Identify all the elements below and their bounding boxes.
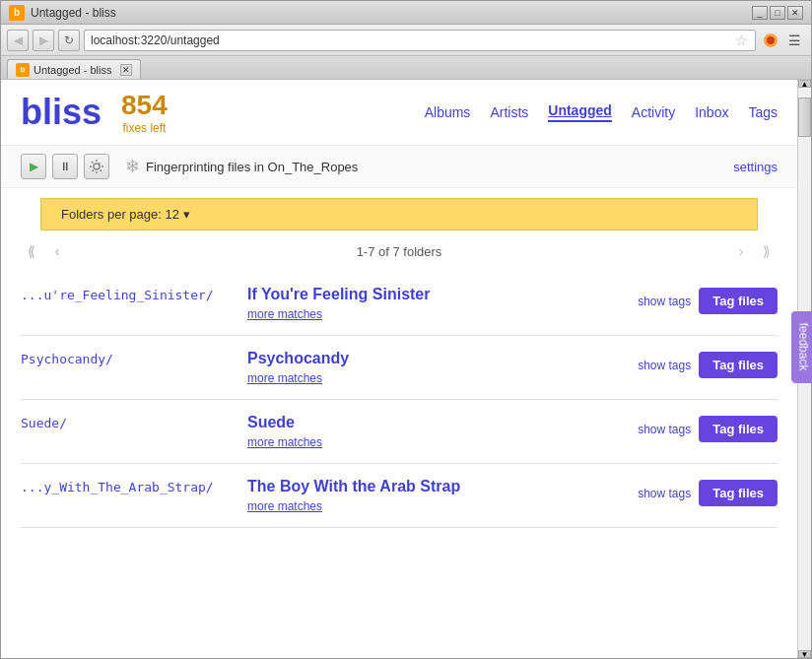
folder-actions: show tags Tag files — [638, 286, 778, 314]
maximize-button[interactable]: □ — [770, 6, 785, 20]
main-nav: Albums Artists Untagged Activity Inbox T… — [425, 102, 778, 122]
folder-name[interactable]: The Boy With the Arab Strap — [247, 478, 460, 494]
window-title: Untagged - bliss — [31, 6, 746, 20]
bookmark-icon[interactable]: ☆ — [733, 33, 749, 48]
window-icon: b — [9, 5, 25, 21]
close-button[interactable]: ✕ — [787, 6, 803, 20]
show-tags-link[interactable]: show tags — [638, 423, 691, 436]
folder-list: ...u're_Feeling_Sinister/ If You're Feel… — [1, 272, 797, 528]
nav-inbox[interactable]: Inbox — [695, 104, 728, 120]
folder-info: The Boy With the Arab Strap more matches — [247, 478, 628, 513]
tag-files-button[interactable]: Tag files — [699, 352, 778, 378]
feedback-tab[interactable]: feedback — [792, 311, 812, 383]
svg-point-1 — [767, 36, 775, 44]
nav-tags[interactable]: Tags — [748, 104, 778, 120]
url-bar: ☆ — [84, 30, 756, 51]
back-button[interactable]: ◀ — [7, 30, 29, 51]
more-matches-link[interactable]: more matches — [247, 307, 628, 321]
svg-point-2 — [94, 164, 100, 169]
play-button[interactable]: ▶ — [21, 154, 46, 179]
scroll-up-button[interactable]: ▲ — [798, 80, 811, 88]
last-page-button[interactable]: ⟫ — [756, 240, 778, 262]
app-header: bliss 854 fixes left Albums Artists Unta… — [1, 80, 797, 146]
nav-artists[interactable]: Artists — [490, 104, 528, 120]
folder-path: ...u're_Feeling_Sinister/ — [21, 286, 237, 302]
folder-item: Psychocandy/ Psychocandy more matches sh… — [21, 336, 778, 400]
prev-page-button[interactable]: ‹ — [46, 240, 68, 262]
nav-activity[interactable]: Activity — [632, 104, 675, 120]
fixes-label: fixes left — [121, 121, 168, 135]
show-tags-link[interactable]: show tags — [638, 359, 691, 372]
folder-name[interactable]: Psychocandy — [247, 350, 349, 366]
first-page-button[interactable]: ⟪ — [21, 240, 42, 262]
browser-extra-buttons: ☰ — [760, 30, 805, 51]
more-matches-link[interactable]: more matches — [247, 435, 628, 449]
active-tab[interactable]: b Untagged - bliss ✕ — [7, 59, 141, 79]
tag-files-button[interactable]: Tag files — [699, 416, 778, 442]
browser-toolbar: ◀ ▶ ↻ ☆ ☰ — [1, 25, 811, 56]
folder-info: Psychocandy more matches — [247, 350, 628, 385]
next-page-button[interactable]: › — [730, 240, 752, 262]
page-nav-right: › ⟫ — [730, 240, 778, 262]
folder-item: ...u're_Feeling_Sinister/ If You're Feel… — [21, 272, 778, 336]
pagination: ⟪ ‹ 1-7 of 7 folders › ⟫ — [1, 231, 797, 272]
fixes-count: 854 fixes left — [121, 90, 168, 135]
page-info: 1-7 of 7 folders — [357, 244, 442, 259]
folder-path: Suede/ — [21, 414, 237, 430]
more-matches-link[interactable]: more matches — [247, 371, 628, 385]
settings-link[interactable]: settings — [733, 160, 778, 174]
wrench-icon — [89, 159, 104, 174]
spinner-icon: ❄ — [125, 156, 140, 177]
forward-button[interactable]: ▶ — [33, 30, 54, 51]
tag-files-button[interactable]: Tag files — [699, 288, 778, 314]
folder-info: If You're Feeling Sinister more matches — [247, 286, 628, 321]
nav-untagged[interactable]: Untagged — [548, 102, 612, 122]
refresh-button[interactable]: ↻ — [58, 30, 80, 51]
tab-title: Untagged - bliss — [34, 64, 112, 76]
folder-actions: show tags Tag files — [638, 414, 778, 442]
app-window: b Untagged - bliss _ □ ✕ ◀ ▶ ↻ ☆ ☰ — [0, 0, 812, 659]
folder-name[interactable]: If You're Feeling Sinister — [247, 286, 430, 302]
tab-icon: b — [16, 63, 30, 77]
nav-albums[interactable]: Albums — [425, 104, 471, 120]
folders-per-page-label: Folders per page: 12 ▾ — [61, 207, 190, 222]
scroll-down-button[interactable]: ▼ — [798, 650, 811, 658]
folder-path: ...y_With_The_Arab_Strap/ — [21, 478, 237, 494]
pause-button[interactable]: ⏸ — [52, 154, 78, 179]
settings-button[interactable] — [84, 154, 109, 179]
show-tags-link[interactable]: show tags — [638, 295, 691, 308]
fixes-number: 854 — [121, 90, 168, 121]
title-bar: b Untagged - bliss _ □ ✕ — [1, 1, 811, 25]
folder-path: Psychocandy/ — [21, 350, 237, 366]
menu-button[interactable]: ☰ — [783, 30, 805, 51]
app-toolbar: ▶ ⏸ ❄ Fingerprinting files in On_The_Rop… — [1, 146, 797, 188]
url-input[interactable] — [91, 33, 729, 47]
window-controls: _ □ ✕ — [752, 6, 803, 20]
minimize-button[interactable]: _ — [752, 6, 768, 20]
folder-name[interactable]: Suede — [247, 414, 295, 430]
folder-actions: show tags Tag files — [638, 350, 778, 378]
page-content: bliss 854 fixes left Albums Artists Unta… — [1, 80, 811, 658]
folders-per-page-container: Folders per page: 12 ▾ — [1, 198, 797, 231]
status-text: Fingerprinting files in On_The_Ropes — [146, 160, 358, 174]
folder-item: Suede/ Suede more matches show tags Tag … — [21, 400, 778, 464]
firefox-icon — [760, 30, 781, 51]
page-inner: bliss 854 fixes left Albums Artists Unta… — [1, 80, 797, 658]
folder-actions: show tags Tag files — [638, 478, 778, 506]
folder-item: ...y_With_The_Arab_Strap/ The Boy With t… — [21, 464, 778, 528]
folders-per-page-bar[interactable]: Folders per page: 12 ▾ — [40, 198, 758, 231]
more-matches-link[interactable]: more matches — [247, 499, 628, 513]
tab-close-button[interactable]: ✕ — [120, 64, 132, 76]
tab-bar: b Untagged - bliss ✕ — [1, 56, 811, 80]
tag-files-button[interactable]: Tag files — [699, 480, 778, 506]
scroll-thumb[interactable] — [798, 98, 811, 137]
show-tags-link[interactable]: show tags — [638, 487, 691, 500]
folder-info: Suede more matches — [247, 414, 628, 449]
page-nav-left: ⟪ ‹ — [21, 240, 68, 262]
logo[interactable]: bliss — [21, 92, 102, 133]
toolbar-status: ❄ Fingerprinting files in On_The_Ropes — [125, 156, 727, 177]
